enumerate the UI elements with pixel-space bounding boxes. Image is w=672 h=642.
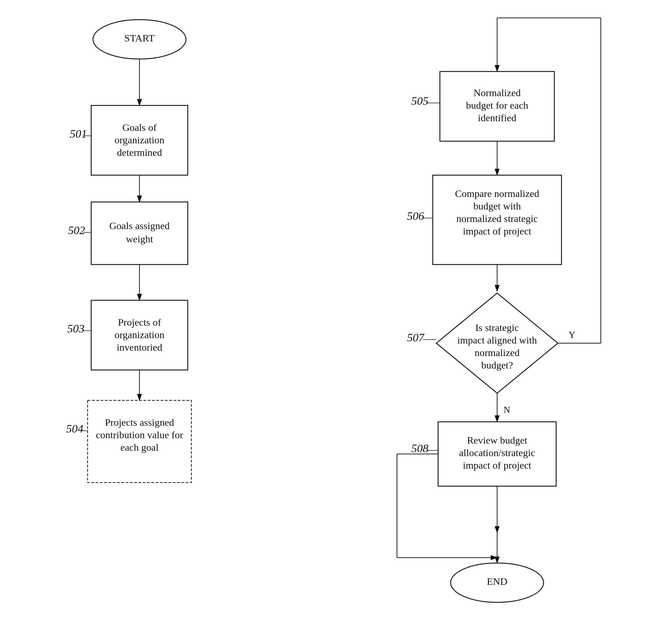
node-503-line2: organization <box>114 329 164 340</box>
node-508-line2: allocation/strategic <box>459 447 535 458</box>
start-node: START <box>124 33 155 44</box>
node-505-line1: Normalized <box>474 87 521 98</box>
label-506: 506 <box>407 209 424 222</box>
n-label: N <box>504 405 510 415</box>
node-506-line2: budget with <box>474 201 521 212</box>
label-507: 507 <box>407 331 425 344</box>
label-505: 505 <box>411 94 428 107</box>
node-501-line3: determined <box>117 147 162 158</box>
end-node: END <box>487 576 507 587</box>
node-501-line1: Goals of <box>122 122 157 133</box>
y-label: Y <box>569 330 575 340</box>
node-504-line3: each goal <box>121 442 159 453</box>
node-507-line1: Is strategic <box>475 322 519 333</box>
node-501-line2: organization <box>114 134 164 145</box>
node-507-line4: budget? <box>481 360 513 371</box>
node-507-line2: impact aligned with <box>457 335 537 346</box>
node-506-line3: normalized strategic <box>456 213 538 224</box>
node-508-line1: Review budget <box>467 435 528 446</box>
label-502: 502 <box>68 224 85 237</box>
label-501: 501 <box>70 127 87 140</box>
node-507-line3: normalized <box>475 347 520 358</box>
node-503-line3: inventoried <box>117 342 162 353</box>
node-504-line2: contribution value for <box>96 429 183 440</box>
node-506-line1: Compare normalized <box>455 188 539 199</box>
node-505-line3: identified <box>478 112 516 123</box>
node-506-line4: impact of project <box>463 226 531 237</box>
node-505-line2: budget for each <box>466 100 528 111</box>
node-502-line1: Goals assigned <box>109 220 170 231</box>
node-503-line1: Projects of <box>118 317 161 328</box>
svg-rect-11 <box>88 400 191 483</box>
flowchart-diagram: START Goals of organization determined 5… <box>0 0 672 642</box>
node-508-line3: impact of project <box>463 460 531 471</box>
node-502-line2: weight <box>126 233 153 245</box>
label-503: 503 <box>67 322 84 335</box>
label-508: 508 <box>411 442 428 455</box>
node-504-line1: Projects assigned <box>105 417 174 428</box>
label-504: 504 <box>66 422 83 435</box>
